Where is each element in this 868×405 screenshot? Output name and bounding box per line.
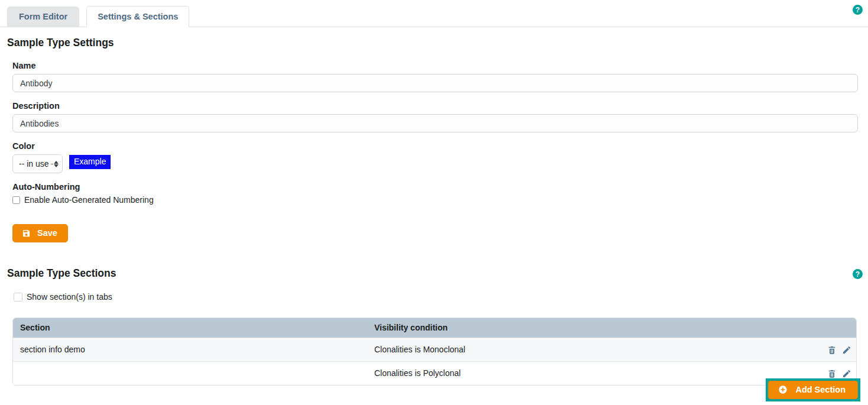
- add-section-button[interactable]: Add Section: [768, 381, 858, 399]
- section-name-cell: [13, 361, 367, 385]
- sections-help-icon[interactable]: ?: [853, 269, 863, 279]
- section-name-cell: section info demo: [13, 338, 367, 361]
- column-header-section: Section: [13, 318, 367, 338]
- select-updown-icon: [54, 161, 59, 167]
- show-tabs-checkbox-label[interactable]: Show section(s) in tabs: [27, 292, 112, 302]
- auto-numbering-checkbox[interactable]: [12, 196, 20, 204]
- row-actions-cell: [817, 338, 856, 361]
- column-header-actions: [817, 318, 856, 338]
- save-button[interactable]: Save: [12, 224, 68, 242]
- settings-form: Name Description Color -- in use -- Exam…: [12, 61, 858, 242]
- delete-icon[interactable]: [827, 345, 837, 355]
- delete-icon[interactable]: [827, 369, 837, 378]
- tab-form-editor[interactable]: Form Editor: [7, 7, 79, 27]
- tab-bar: Form Editor Settings & Sections: [0, 0, 868, 27]
- sections-table: Section Visibility condition section inf…: [12, 317, 857, 385]
- show-tabs-row: Show section(s) in tabs: [14, 292, 868, 302]
- save-icon: [22, 229, 31, 238]
- edit-icon[interactable]: [842, 345, 851, 355]
- sections-header: Sample Type Sections ?: [0, 267, 868, 280]
- color-label: Color: [12, 141, 858, 151]
- table-row: Clonalities is Polyclonal: [13, 361, 856, 385]
- table-row: section info demo Clonalities is Monoclo…: [13, 338, 856, 361]
- auto-numbering-label: Auto-Numbering: [12, 182, 858, 192]
- plus-circle-icon: [778, 385, 788, 394]
- auto-numbering-checkbox-label[interactable]: Enable Auto-Generated Numbering: [24, 195, 154, 205]
- help-icon[interactable]: ?: [853, 5, 863, 15]
- visibility-condition-cell: Clonalities is Monoclonal: [367, 338, 817, 361]
- table-header-row: Section Visibility condition: [13, 318, 856, 338]
- show-tabs-checkbox[interactable]: [14, 293, 22, 302]
- color-example-badge: Example: [69, 155, 111, 169]
- auto-numbering-row: Enable Auto-Generated Numbering: [12, 195, 858, 205]
- add-section-highlight: Add Section: [766, 378, 860, 401]
- column-header-visibility: Visibility condition: [367, 318, 817, 338]
- color-select-value: -- in use --: [19, 159, 53, 169]
- save-button-label: Save: [37, 228, 57, 238]
- sections-title: Sample Type Sections: [7, 267, 868, 280]
- color-row: -- in use -- Example: [12, 154, 858, 173]
- page-title: Sample Type Settings: [7, 37, 868, 49]
- tab-settings-sections[interactable]: Settings & Sections: [86, 6, 189, 27]
- color-select[interactable]: -- in use --: [12, 154, 63, 173]
- name-label: Name: [12, 61, 858, 70]
- page: Form Editor Settings & Sections ? Sample…: [0, 0, 868, 405]
- add-section-button-label: Add Section: [795, 385, 846, 394]
- description-input[interactable]: [12, 114, 858, 132]
- edit-icon[interactable]: [842, 369, 851, 378]
- name-input[interactable]: [12, 74, 858, 92]
- description-label: Description: [12, 101, 858, 111]
- visibility-condition-cell: Clonalities is Polyclonal: [367, 361, 817, 385]
